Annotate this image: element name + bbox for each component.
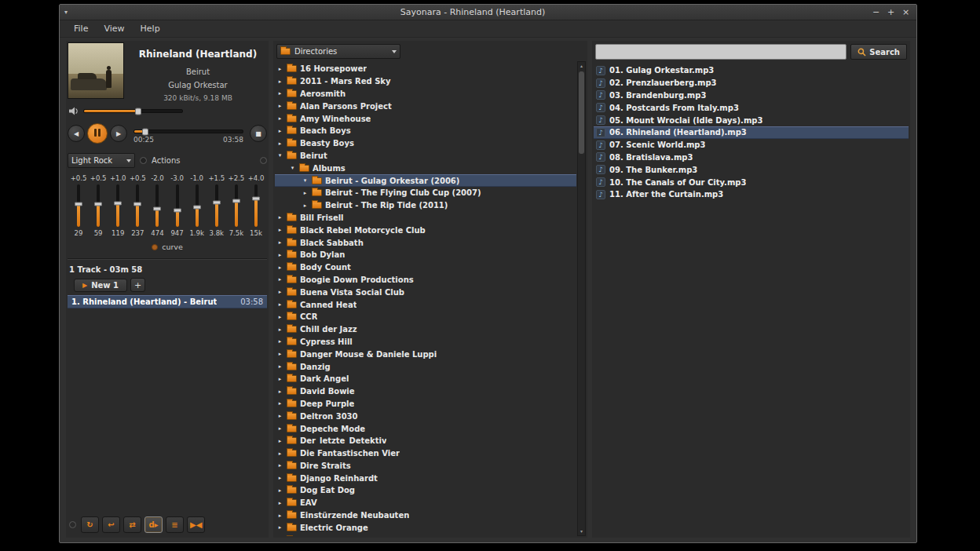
eq-band-slider[interactable] <box>155 184 159 227</box>
chevron-right-icon[interactable]: ▸ <box>276 451 283 457</box>
tree-item[interactable]: ▸EAV <box>275 497 576 509</box>
eq-band-handle[interactable] <box>153 206 161 210</box>
tree-item[interactable]: ▸Dire Straits <box>275 460 576 473</box>
gapless-button[interactable]: ▶◀ <box>187 516 205 533</box>
menu-help[interactable]: Help <box>133 22 168 35</box>
menu-file[interactable]: File <box>66 22 96 35</box>
tree-item[interactable]: ▸Beirut - The Rip Tide (2011) <box>275 199 576 212</box>
tree-item[interactable]: ▸Bill Frisell <box>275 212 576 224</box>
scrollbar-thumb[interactable] <box>579 71 584 154</box>
eq-band-slider[interactable] <box>235 184 238 227</box>
eq-band-handle[interactable] <box>133 203 141 206</box>
eq-band-slider[interactable] <box>97 184 100 227</box>
menu-view[interactable]: View <box>96 22 132 35</box>
chevron-down-icon[interactable]: ▾ <box>302 177 309 184</box>
actions-label[interactable]: Actions <box>152 156 181 165</box>
tree-item[interactable]: ▾Beirut - Gulag Orkestar (2006) <box>275 174 576 187</box>
file-item[interactable]: ♪11. After the Curtain.mp3 <box>594 188 909 201</box>
eq-band-handle[interactable] <box>114 202 122 206</box>
next-button[interactable]: ▶ <box>110 125 127 142</box>
chevron-right-icon[interactable]: ▸ <box>276 338 283 345</box>
eq-band-handle[interactable] <box>94 203 102 206</box>
tree-item[interactable]: ▸Einstürzende Neubauten <box>275 509 576 522</box>
tree-item[interactable]: ▸Der_letzte_Detektiv <box>275 435 576 447</box>
chevron-right-icon[interactable]: ▸ <box>302 190 309 196</box>
file-item[interactable]: ♪10. The Canals of Our City.mp3 <box>594 176 909 188</box>
tree-item[interactable]: ▸Chill der Jazz <box>275 323 576 336</box>
tree-item[interactable]: ▸Amy Winehouse <box>275 112 576 125</box>
volume-slider[interactable] <box>83 109 183 113</box>
tree-item[interactable]: ▸Alan Parsons Project <box>275 100 576 112</box>
chevron-right-icon[interactable]: ▸ <box>276 128 283 134</box>
chevron-right-icon[interactable]: ▸ <box>276 389 283 395</box>
seek-handle[interactable] <box>142 128 148 135</box>
tree-item[interactable]: ▸Beach Boys <box>275 125 576 137</box>
tree-item[interactable]: ▸Dog Eat Dog <box>275 484 576 497</box>
chevron-right-icon[interactable]: ▸ <box>276 90 283 97</box>
file-item[interactable]: ♪09. The Bunker.mp3 <box>594 163 909 176</box>
tree-item[interactable]: ▸Aerosmith <box>275 88 576 100</box>
file-item[interactable]: ♪07. Scenic World.mp3 <box>594 139 909 151</box>
search-button[interactable]: Search <box>850 44 907 60</box>
window-menu-icon[interactable]: ▾ <box>64 9 75 16</box>
file-item[interactable]: ♪02. Prenzlauerberg.mp3 <box>594 77 909 89</box>
library-scrollbar[interactable]: ▴ ▾ <box>577 61 586 536</box>
chevron-right-icon[interactable]: ▸ <box>276 140 283 147</box>
tree-item[interactable]: ▸Boogie Down Productions <box>275 274 576 286</box>
actions-radio[interactable] <box>140 157 147 164</box>
chevron-right-icon[interactable]: ▸ <box>276 438 283 444</box>
chevron-right-icon[interactable]: ▸ <box>276 301 283 308</box>
chevron-right-icon[interactable]: ▸ <box>276 276 283 283</box>
chevron-right-icon[interactable]: ▸ <box>276 78 283 85</box>
chevron-down-icon[interactable]: ▾ <box>276 152 283 159</box>
eq-band-slider[interactable] <box>254 184 258 227</box>
numbered-list-button[interactable]: ≡ <box>166 516 184 533</box>
previous-button[interactable]: ◀ <box>68 125 85 142</box>
file-item[interactable]: ♪06. Rhineland (Heartland).mp3 <box>594 126 909 139</box>
tree-item[interactable]: ▸Body Count <box>275 261 576 274</box>
chevron-right-icon[interactable]: ▸ <box>276 252 283 258</box>
eq-band-slider[interactable] <box>196 184 199 227</box>
tree-item[interactable]: ▸Black Rebel Motorcycle Club <box>275 224 576 236</box>
chevron-right-icon[interactable]: ▸ <box>276 487 283 494</box>
scroll-down-icon[interactable]: ▾ <box>580 527 583 535</box>
pause-button[interactable] <box>87 123 108 144</box>
tree-item[interactable]: ▸Die Fantastischen Vier <box>275 447 576 460</box>
file-item[interactable]: ♪04. Postcards From Italy.mp3 <box>594 101 909 114</box>
tree-item[interactable]: ▸David Bowie <box>275 385 576 398</box>
chevron-right-icon[interactable]: ▸ <box>276 327 283 333</box>
tree-item[interactable]: ▸Beasty Boys <box>275 137 576 150</box>
file-item[interactable]: ♪01. Gulag Orkestar.mp3 <box>594 64 909 77</box>
chevron-right-icon[interactable]: ▸ <box>276 513 283 519</box>
eq-menu-button[interactable] <box>260 157 267 164</box>
eq-band-handle[interactable] <box>193 205 201 209</box>
chevron-right-icon[interactable]: ▸ <box>276 475 283 481</box>
chevron-right-icon[interactable]: ▸ <box>276 376 283 382</box>
tree-item[interactable]: ▸Danzig <box>275 360 576 373</box>
chevron-right-icon[interactable]: ▸ <box>276 314 283 320</box>
close-button[interactable]: × <box>900 7 912 17</box>
tree-item[interactable]: ▾Albums <box>275 162 576 174</box>
chevron-right-icon[interactable]: ▸ <box>276 413 283 419</box>
scroll-up-icon[interactable]: ▴ <box>580 62 583 70</box>
chevron-right-icon[interactable]: ▸ <box>302 203 309 209</box>
volume-handle[interactable] <box>135 108 141 115</box>
album-art[interactable] <box>68 42 124 99</box>
chevron-right-icon[interactable]: ▸ <box>276 265 283 271</box>
eq-band-slider[interactable] <box>116 184 119 227</box>
chevron-right-icon[interactable]: ▸ <box>276 400 283 407</box>
eq-band-handle[interactable] <box>232 199 240 203</box>
tree-item[interactable]: ▸CCR <box>275 311 576 323</box>
tree-item[interactable]: ▸Element Of Crime <box>275 534 576 536</box>
chevron-right-icon[interactable]: ▸ <box>276 239 283 246</box>
chevron-right-icon[interactable]: ▸ <box>276 351 283 357</box>
eq-preset-select[interactable]: Light Rock <box>68 153 135 168</box>
eq-band-slider[interactable] <box>77 184 80 227</box>
minimize-button[interactable]: − <box>870 7 882 17</box>
library-view-select[interactable]: Directories <box>276 44 400 59</box>
tree-item[interactable]: ▸Cypress Hill <box>275 336 576 348</box>
tree-item[interactable]: ▸Bob Dylan <box>275 249 576 261</box>
tree-item[interactable]: ▸Depeche Mode <box>275 422 576 435</box>
player-menu-button[interactable] <box>69 521 76 528</box>
tree-item[interactable]: ▸Buena Vista Social Club <box>275 286 576 298</box>
